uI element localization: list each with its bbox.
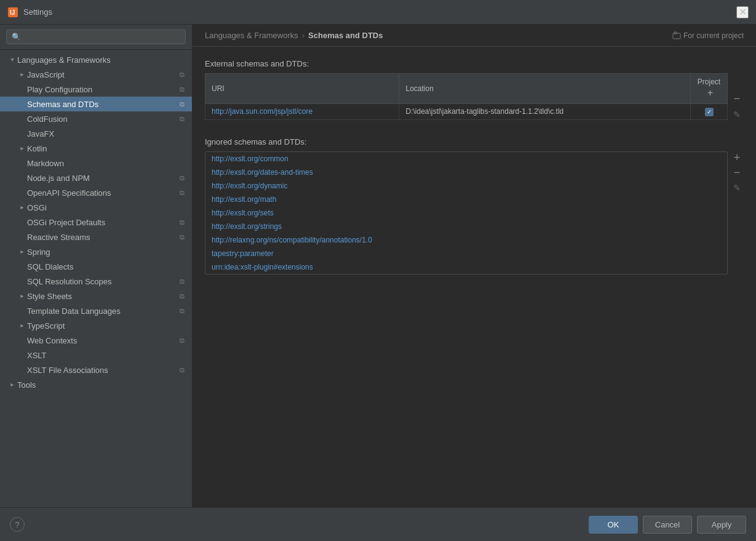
- list-item[interactable]: http://relaxng.org/ns/compatibility/anno…: [205, 233, 727, 247]
- arrow-icon: ►: [17, 321, 27, 331]
- ignored-list-container: http://exslt.org/common http://exslt.org…: [205, 151, 744, 275]
- sidebar-item-tools[interactable]: ► Tools: [0, 377, 192, 392]
- breadcrumb-parent: Languages & Frameworks: [205, 31, 298, 40]
- close-button[interactable]: ✕: [736, 6, 749, 18]
- window-title: Settings: [23, 7, 52, 17]
- sidebar-item-label: Style Sheets: [27, 292, 175, 301]
- sidebar-item-label: XSLT File Associations: [27, 366, 175, 375]
- sidebar-item-coldfusion[interactable]: ► ColdFusion ⧉: [0, 111, 192, 126]
- sidebar-item-label: OSGi: [27, 203, 187, 212]
- arrow-icon: ►: [17, 143, 27, 153]
- apply-button[interactable]: Apply: [697, 516, 746, 534]
- copy-icon: ⧉: [177, 306, 187, 316]
- sidebar-item-label: Node.js and NPM: [27, 174, 175, 183]
- sidebar-item-label: Markdown: [27, 159, 187, 168]
- sidebar-item-label: Play Configuration: [27, 85, 175, 94]
- sidebar-item-languages-frameworks[interactable]: ▼ Languages & Frameworks: [0, 52, 192, 67]
- sidebar-item-reactive-streams[interactable]: ► Reactive Streams ⧉: [0, 230, 192, 244]
- sidebar-item-osgi-project-defaults[interactable]: ► OSGi Project Defaults ⧉: [0, 215, 192, 230]
- copy-icon: ⧉: [177, 70, 187, 79]
- col-header-uri: URI: [205, 74, 399, 104]
- copy-icon: ⧉: [177, 217, 187, 227]
- list-item[interactable]: http://exslt.org/common: [205, 152, 727, 166]
- ignored-section-header: Ignored schemas and DTDs:: [205, 137, 744, 146]
- sidebar-item-nodejs-npm[interactable]: ► Node.js and NPM ⧉: [0, 170, 192, 185]
- copy-icon: ⧉: [177, 188, 187, 198]
- copy-icon: ⧉: [177, 173, 187, 183]
- sidebar-item-label: Kotlin: [27, 144, 187, 153]
- sidebar-item-label: Web Contexts: [27, 336, 175, 345]
- copy-icon: ⧉: [177, 84, 187, 94]
- sidebar-item-kotlin[interactable]: ► Kotlin: [0, 141, 192, 156]
- col-header-location: Location: [399, 74, 691, 104]
- ignored-list-wrapper: http://exslt.org/common http://exslt.org…: [205, 151, 728, 275]
- external-section-header: External schemas and DTDs:: [205, 59, 744, 68]
- sidebar-item-label: Languages & Frameworks: [17, 55, 187, 65]
- sidebar-item-xslt[interactable]: ► XSLT: [0, 348, 192, 363]
- edit-ignored-button[interactable]: ✎: [730, 181, 744, 194]
- edit-external-button[interactable]: ✎: [730, 108, 744, 121]
- sidebar-item-sql-dialects[interactable]: ► SQL Dialects: [0, 259, 192, 274]
- sidebar-item-template-data-langs[interactable]: ► Template Data Languages ⧉: [0, 303, 192, 318]
- sidebar-item-typescript[interactable]: ► TypeScript: [0, 318, 192, 333]
- remove-ignored-button[interactable]: −: [730, 166, 744, 180]
- search-input[interactable]: [6, 30, 186, 44]
- copy-icon: ⧉: [177, 232, 187, 242]
- sidebar-item-sql-resolution-scopes[interactable]: ► SQL Resolution Scopes ⧉: [0, 274, 192, 289]
- arrow-icon: ►: [17, 291, 27, 301]
- list-item[interactable]: urn:idea:xslt-plugin#extensions: [205, 260, 727, 274]
- sidebar-items: ▼ Languages & Frameworks ► JavaScript ⧉ …: [0, 50, 192, 507]
- sidebar-item-label: TypeScript: [27, 321, 187, 331]
- svg-text:IJ: IJ: [10, 9, 15, 16]
- sidebar-item-markdown[interactable]: ► Markdown: [0, 156, 192, 170]
- sidebar-item-spring[interactable]: ► Spring: [0, 244, 192, 259]
- copy-icon: ⧉: [177, 114, 187, 124]
- ok-button[interactable]: OK: [589, 516, 638, 534]
- list-item[interactable]: http://exslt.org/dynamic: [205, 179, 727, 193]
- sidebar-item-label: Tools: [17, 380, 187, 390]
- remove-external-button[interactable]: −: [730, 92, 744, 105]
- sidebar-item-xslt-file-assoc[interactable]: ► XSLT File Associations ⧉: [0, 363, 192, 377]
- breadcrumb-bar: Languages & Frameworks › Schemas and DTD…: [193, 25, 756, 47]
- list-item[interactable]: http://exslt.org/sets: [205, 206, 727, 220]
- copy-icon: ⧉: [177, 276, 187, 286]
- sidebar-item-openapi[interactable]: ► OpenAPI Specifications ⧉: [0, 185, 192, 200]
- sidebar-item-javafx[interactable]: ► JavaFX: [0, 126, 192, 141]
- help-button[interactable]: ?: [10, 517, 25, 532]
- breadcrumb-project: For current project: [672, 31, 744, 40]
- arrow-icon: ►: [17, 70, 27, 79]
- arrow-icon: ▼: [7, 55, 17, 65]
- arrow-icon: ►: [7, 380, 17, 390]
- list-item[interactable]: tapestry:parameter: [205, 247, 727, 260]
- add-ignored-button[interactable]: +: [730, 151, 744, 165]
- sidebar-item-label: Reactive Streams: [27, 233, 175, 242]
- cancel-button[interactable]: Cancel: [643, 516, 692, 534]
- table-row[interactable]: http://java.sun.com/jsp/jstl/core D:\ide…: [205, 104, 728, 120]
- main-layout: ▼ Languages & Frameworks ► JavaScript ⧉ …: [0, 25, 756, 507]
- project-label: For current project: [683, 31, 744, 40]
- copy-icon: ⧉: [177, 291, 187, 301]
- arrow-icon: ►: [17, 247, 27, 257]
- sidebar-item-play-configuration[interactable]: ► Play Configuration ⧉: [0, 82, 192, 97]
- sidebar-item-web-contexts[interactable]: ► Web Contexts ⧉: [0, 333, 192, 348]
- list-item[interactable]: http://exslt.org/dates-and-times: [205, 166, 727, 179]
- sidebar-item-style-sheets[interactable]: ► Style Sheets ⧉: [0, 289, 192, 303]
- bottom-bar: ? OK Cancel Apply: [0, 507, 756, 541]
- content-area: Languages & Frameworks › Schemas and DTD…: [193, 25, 756, 507]
- content-scroll: External schemas and DTDs: URI Location …: [193, 47, 756, 507]
- sidebar-item-label: XSLT: [27, 351, 187, 360]
- add-external-button[interactable]: +: [704, 86, 717, 100]
- list-item[interactable]: http://exslt.org/math: [205, 193, 727, 206]
- sidebar-item-schemas-dtds[interactable]: ► Schemas and DTDs ⧉: [0, 97, 192, 111]
- breadcrumb-current: Schemas and DTDs: [308, 31, 383, 40]
- sidebar-item-javascript[interactable]: ► JavaScript ⧉: [0, 67, 192, 82]
- list-item[interactable]: http://exslt.org/strings: [205, 220, 727, 233]
- external-table-container: URI Location Project + http://java.sun.c…: [205, 73, 744, 130]
- bottom-left: ?: [10, 517, 25, 532]
- ignored-section: Ignored schemas and DTDs: http://exslt.o…: [205, 137, 744, 275]
- project-checkbox[interactable]: ✓: [705, 108, 714, 116]
- sidebar-item-label: JavaScript: [27, 70, 175, 79]
- sidebar-item-osgi[interactable]: ► OSGi: [0, 200, 192, 215]
- sidebar-item-label: JavaFX: [27, 129, 187, 138]
- search-box: [0, 25, 192, 50]
